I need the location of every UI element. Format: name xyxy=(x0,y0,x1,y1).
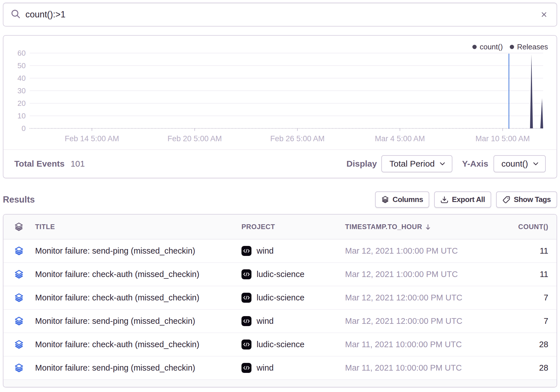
legend-item[interactable]: Releases xyxy=(510,43,548,51)
code-icon xyxy=(241,340,251,349)
project-name: wind xyxy=(257,316,274,326)
code-icon xyxy=(241,269,251,279)
svg-text:20: 20 xyxy=(17,99,26,108)
row-stack-icon-cell[interactable] xyxy=(3,340,35,349)
row-stack-icon-cell[interactable] xyxy=(3,316,35,326)
row-stack-icon-cell[interactable] xyxy=(3,293,35,302)
legend-label: count() xyxy=(480,43,503,51)
row-stack-icon-cell[interactable] xyxy=(3,270,35,279)
table-row[interactable]: Monitor failure: send-ping (missed_check… xyxy=(3,356,557,380)
row-project: wind xyxy=(241,316,345,326)
code-icon xyxy=(241,363,251,373)
chevron-down-icon xyxy=(532,160,539,167)
column-header-count[interactable]: COUNT() xyxy=(497,223,557,231)
row-count: 7 xyxy=(497,293,557,302)
column-header-timestamp[interactable]: TIMESTAMP.TO_HOUR xyxy=(345,223,497,231)
row-title[interactable]: Monitor failure: check-auth (missed_chec… xyxy=(35,270,241,279)
columns-button[interactable]: Columns xyxy=(375,191,429,208)
close-icon xyxy=(541,11,547,18)
row-timestamp: Mar 12, 2021 1:00:00 PM UTC xyxy=(345,246,497,256)
table-header-row: TITLE PROJECT TIMESTAMP.TO_HOUR COUNT() xyxy=(3,215,557,239)
search-clear-button[interactable] xyxy=(538,9,550,20)
row-title[interactable]: Monitor failure: send-ping (missed_check… xyxy=(35,316,241,326)
row-count: 11 xyxy=(497,246,557,256)
row-count: 28 xyxy=(497,363,557,373)
project-name: wind xyxy=(257,363,274,373)
table-row[interactable]: Monitor failure: check-auth (missed_chec… xyxy=(3,263,557,286)
row-project: ludic-science xyxy=(241,269,345,279)
results-header-row: Results Columns Export All Show Tags xyxy=(3,191,557,208)
column-header-timestamp-label: TIMESTAMP.TO_HOUR xyxy=(345,223,422,231)
column-header-title[interactable]: TITLE xyxy=(35,223,241,231)
yaxis-dropdown[interactable]: count() xyxy=(493,155,546,172)
row-timestamp: Mar 12, 2021 12:00:00 PM UTC xyxy=(345,293,497,302)
table-row[interactable]: Monitor failure: send-ping (missed_check… xyxy=(3,239,557,263)
svg-text:40: 40 xyxy=(17,74,26,82)
chart-panel: 0102030405060Feb 14 5:00 AMFeb 20 5:00 A… xyxy=(3,35,557,178)
stack-icon xyxy=(14,246,24,256)
stack-icon xyxy=(381,196,389,203)
yaxis-dropdown-value: count() xyxy=(501,159,528,169)
results-heading: Results xyxy=(3,195,35,205)
total-events-value: 101 xyxy=(70,159,85,169)
export-all-button-label: Export All xyxy=(452,195,485,204)
row-title[interactable]: Monitor failure: check-auth (missed_chec… xyxy=(35,340,241,349)
code-icon xyxy=(241,316,251,326)
svg-text:50: 50 xyxy=(17,61,26,70)
stack-icon xyxy=(14,340,24,349)
row-project: wind xyxy=(241,363,345,373)
table-row[interactable]: Monitor failure: send-ping (missed_check… xyxy=(3,310,557,333)
svg-text:Mar 10 5:00 AM: Mar 10 5:00 AM xyxy=(476,134,530,143)
row-title[interactable]: Monitor failure: send-ping (missed_check… xyxy=(35,363,241,373)
project-name: ludic-science xyxy=(257,270,305,279)
events-chart[interactable]: 0102030405060Feb 14 5:00 AMFeb 20 5:00 A… xyxy=(3,36,556,149)
code-icon xyxy=(241,246,251,256)
legend-label: Releases xyxy=(517,43,548,51)
svg-text:Feb 14 5:00 AM: Feb 14 5:00 AM xyxy=(65,134,119,143)
stack-icon xyxy=(14,293,24,302)
table-header-icon-cell[interactable] xyxy=(3,222,35,231)
row-title[interactable]: Monitor failure: check-auth (missed_chec… xyxy=(35,293,241,302)
row-stack-icon-cell[interactable] xyxy=(3,246,35,256)
chart-footer: Total Events 101 Display Total Period Y-… xyxy=(3,149,557,178)
row-timestamp: Mar 11, 2021 10:00:00 PM UTC xyxy=(345,363,497,373)
svg-text:Feb 20 5:00 AM: Feb 20 5:00 AM xyxy=(168,134,222,143)
stack-icon xyxy=(14,363,24,373)
columns-button-label: Columns xyxy=(392,195,423,204)
display-label: Display xyxy=(347,159,377,169)
show-tags-button[interactable]: Show Tags xyxy=(496,191,557,208)
row-timestamp: Mar 11, 2021 10:00:00 PM UTC xyxy=(345,340,497,349)
row-count: 7 xyxy=(497,316,557,326)
project-name: ludic-science xyxy=(257,340,305,349)
project-name: wind xyxy=(257,246,274,256)
row-stack-icon-cell[interactable] xyxy=(3,363,35,373)
chevron-down-icon xyxy=(439,160,446,167)
code-icon xyxy=(241,293,251,303)
table-row[interactable]: Monitor failure: check-auth (missed_chec… xyxy=(3,286,557,310)
export-all-button[interactable]: Export All xyxy=(434,191,491,208)
row-title[interactable]: Monitor failure: send-ping (missed_check… xyxy=(35,246,241,256)
stack-icon xyxy=(14,316,24,326)
table-footer-strip xyxy=(3,380,557,387)
stack-icon xyxy=(14,270,24,279)
chart-legend: count()Releases xyxy=(472,43,548,51)
legend-dot-icon xyxy=(510,45,514,49)
results-table: TITLE PROJECT TIMESTAMP.TO_HOUR COUNT() … xyxy=(3,214,557,387)
table-row[interactable]: Monitor failure: check-auth (missed_chec… xyxy=(3,333,557,356)
search-icon xyxy=(11,9,21,20)
svg-text:Mar 4 5:00 AM: Mar 4 5:00 AM xyxy=(375,134,425,143)
column-header-project[interactable]: PROJECT xyxy=(241,223,345,231)
legend-item[interactable]: count() xyxy=(472,43,503,51)
display-dropdown-value: Total Period xyxy=(389,159,434,169)
show-tags-button-label: Show Tags xyxy=(514,195,551,204)
row-project: wind xyxy=(241,246,345,256)
chart-area[interactable]: 0102030405060Feb 14 5:00 AMFeb 20 5:00 A… xyxy=(3,36,557,149)
sort-arrow-down-icon xyxy=(424,223,432,231)
search-bar xyxy=(3,3,557,27)
row-project: ludic-science xyxy=(241,293,345,303)
search-input[interactable] xyxy=(25,9,538,20)
display-dropdown[interactable]: Total Period xyxy=(381,155,452,172)
project-name: ludic-science xyxy=(257,293,305,302)
row-count: 28 xyxy=(497,340,557,349)
svg-text:10: 10 xyxy=(17,112,26,120)
